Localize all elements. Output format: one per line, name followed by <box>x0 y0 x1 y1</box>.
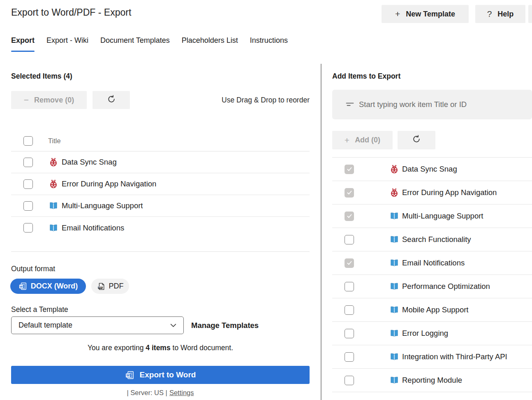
docx-format-button[interactable]: W DOCX (Word) <box>10 279 86 294</box>
row-checkbox[interactable] <box>345 305 354 315</box>
export-to-word-pdf-app: Export to Word/PDF - Export + New Templa… <box>0 0 532 400</box>
work-item-title: Mobile App Support <box>402 305 468 314</box>
work-item-results-list: Data Sync Snag Error During App Navigati… <box>332 157 532 392</box>
server-footer: | Server: US |Settings <box>11 389 310 397</box>
work-item-title: Error During App Navigation <box>62 179 156 188</box>
refresh-icon <box>412 135 421 146</box>
bug-icon <box>49 158 58 167</box>
row-checkbox[interactable] <box>23 158 33 167</box>
manage-templates-link[interactable]: Manage Templates <box>191 316 259 334</box>
bug-icon <box>49 179 58 188</box>
docx-label: DOCX (Word) <box>31 282 78 291</box>
minus-icon: − <box>24 95 29 105</box>
select-all-checkbox[interactable] <box>23 136 33 146</box>
row-checkbox[interactable] <box>345 282 354 291</box>
summary-count: 4 items <box>146 344 170 352</box>
work-item-search[interactable] <box>332 90 532 119</box>
word-document-icon: W <box>125 370 134 380</box>
row-checkbox[interactable] <box>345 235 354 244</box>
table-row[interactable]: Data Sync Snag <box>11 151 310 173</box>
word-document-icon: W <box>19 282 27 291</box>
checkmark-icon <box>347 166 352 172</box>
pdf-label: PDF <box>109 282 124 291</box>
pdf-format-button[interactable]: PDF PDF <box>91 279 129 294</box>
user-story-icon <box>390 376 399 385</box>
add-items-toolbar: + Add (0) <box>332 131 532 149</box>
work-item-title: Performance Optimization <box>402 282 490 291</box>
bug-icon <box>390 165 399 174</box>
selected-items-toolbar: − Remove (0) Use Drag & Drop to reorder <box>11 91 310 109</box>
row-checkbox[interactable] <box>23 201 33 211</box>
row-checkbox[interactable] <box>23 223 33 233</box>
server-label: | Server: US | <box>127 389 167 396</box>
svg-text:W: W <box>20 285 23 288</box>
row-checkbox[interactable] <box>345 329 354 338</box>
bug-icon <box>390 188 399 197</box>
list-item[interactable]: Mobile App Support <box>332 298 532 322</box>
row-checkbox[interactable] <box>345 376 354 385</box>
work-item-title: Error During App Navigation <box>402 188 497 197</box>
filter-icon <box>345 99 355 110</box>
plus-icon: + <box>345 135 349 145</box>
list-item[interactable]: Performance Optimization <box>332 275 532 298</box>
list-item[interactable]: Search Functionality <box>332 228 532 251</box>
add-items-heading: Add Items to Export <box>332 72 400 81</box>
row-checkbox-checked <box>345 165 354 174</box>
remove-label: Remove (0) <box>34 96 74 105</box>
refresh-icon <box>107 95 116 106</box>
drag-drop-hint: Use Drag & Drop to reorder <box>222 91 310 109</box>
user-story-icon <box>390 258 399 267</box>
remove-button[interactable]: − Remove (0) <box>11 91 87 109</box>
list-item[interactable]: Error During App Navigation <box>332 181 532 205</box>
user-story-icon <box>390 305 399 314</box>
export-button-label: Export to Word <box>140 370 196 379</box>
table-row[interactable]: Email Notifications <box>11 217 310 239</box>
svg-text:W: W <box>126 374 130 377</box>
row-checkbox[interactable] <box>345 352 354 362</box>
template-select[interactable]: Default template <box>11 316 184 334</box>
row-checkbox-checked <box>345 188 354 198</box>
refresh-results-button[interactable] <box>398 131 435 149</box>
svg-text:PDF: PDF <box>98 286 102 288</box>
table-row[interactable]: Multi-Language Support <box>11 195 310 217</box>
export-summary: You are exporting 4 items to Word docume… <box>11 344 310 352</box>
chevron-down-icon <box>170 322 177 329</box>
work-item-title: Reporting Module <box>402 376 462 385</box>
selected-items-table: Title Data Sync Snag <box>11 130 310 252</box>
list-item[interactable]: Multi-Language Support <box>332 205 532 228</box>
search-input[interactable] <box>359 100 528 109</box>
list-item[interactable]: Email Notifications <box>332 251 532 275</box>
select-template-label: Select a Template <box>11 305 68 314</box>
selected-items-panel: Selected Items (4) − Remove (0) Use Drag… <box>11 0 310 400</box>
user-story-icon <box>390 235 399 244</box>
list-item[interactable]: Data Sync Snag <box>332 158 532 181</box>
add-button[interactable]: + Add (0) <box>332 131 393 149</box>
title-column-header: Title <box>48 137 61 145</box>
work-item-title: Integration with Third-Party API <box>402 352 507 361</box>
output-format-label: Output format <box>11 265 55 273</box>
panel-divider <box>321 64 322 400</box>
refresh-selected-button[interactable] <box>93 91 130 109</box>
user-story-icon <box>390 352 399 361</box>
list-item[interactable]: Reporting Module <box>332 369 532 392</box>
add-label: Add (0) <box>355 136 380 144</box>
work-item-title: Data Sync Snag <box>402 165 457 174</box>
work-item-title: Error Logging <box>402 329 448 338</box>
user-story-icon <box>390 329 399 338</box>
row-checkbox-checked <box>345 212 354 221</box>
export-to-word-button[interactable]: W Export to Word <box>11 366 310 384</box>
row-checkbox[interactable] <box>23 179 33 189</box>
work-item-title: Search Functionality <box>402 235 471 244</box>
list-item[interactable]: Integration with Third-Party API <box>332 345 532 369</box>
list-item[interactable]: Error Logging <box>332 322 532 345</box>
selected-items-heading: Selected Items (4) <box>11 72 72 81</box>
table-row[interactable]: Error During App Navigation <box>11 173 310 195</box>
template-select-value: Default template <box>19 321 72 330</box>
pdf-document-icon: PDF <box>97 282 105 291</box>
settings-link[interactable]: Settings <box>169 389 194 396</box>
user-story-icon <box>390 212 399 221</box>
user-story-icon <box>49 223 58 233</box>
work-item-title: Data Sync Snag <box>62 158 117 167</box>
user-story-icon <box>390 282 399 291</box>
work-item-title: Email Notifications <box>402 258 465 267</box>
